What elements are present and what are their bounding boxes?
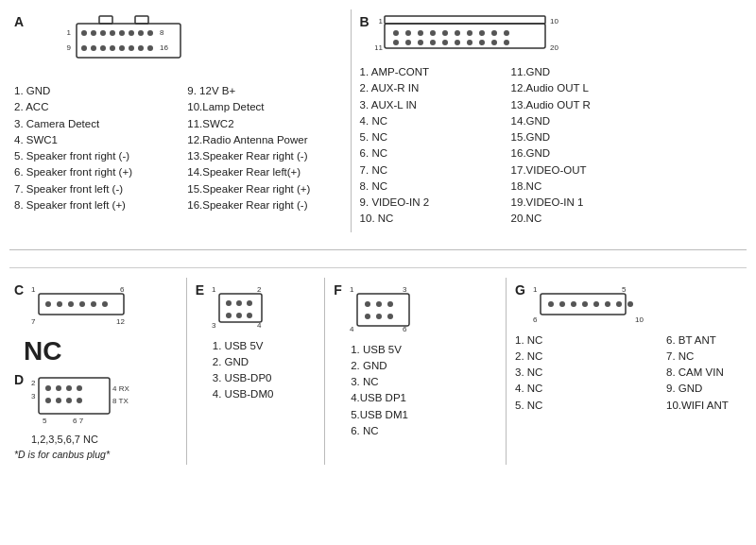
section-d: D 2 3 bbox=[14, 372, 178, 460]
svg-point-5 bbox=[91, 30, 96, 36]
section-a-label: A bbox=[14, 14, 24, 29]
svg-text:2: 2 bbox=[257, 285, 262, 294]
connector-b-svg: 1 10 11 20 bbox=[375, 14, 564, 56]
list-item: 15.GND bbox=[511, 129, 644, 145]
section-e-label: E bbox=[196, 282, 204, 298]
list-item: 6. BT ANT bbox=[666, 332, 756, 349]
svg-point-82 bbox=[236, 313, 242, 318]
svg-text:8 TX: 8 TX bbox=[112, 397, 129, 405]
svg-text:6: 6 bbox=[533, 315, 538, 324]
section-g-lists: 1. NC 2. NC 3. NC 4. NC 5. NC 6. BT ANT … bbox=[515, 332, 742, 414]
svg-point-37 bbox=[491, 30, 497, 36]
svg-rect-1 bbox=[135, 16, 148, 24]
list-item: 3. NC bbox=[515, 365, 647, 381]
svg-point-69 bbox=[66, 398, 72, 403]
svg-rect-62 bbox=[39, 378, 110, 414]
section-f-header: F 1 3 4 6 bbox=[334, 282, 497, 336]
svg-point-8 bbox=[119, 30, 125, 36]
svg-text:10: 10 bbox=[635, 315, 644, 324]
svg-point-81 bbox=[226, 313, 232, 318]
svg-point-83 bbox=[247, 313, 252, 318]
svg-point-47 bbox=[491, 40, 497, 45]
svg-point-102 bbox=[571, 301, 576, 307]
list-item: 4.USB DP1 bbox=[351, 390, 497, 406]
list-item: 11.GND bbox=[511, 64, 644, 80]
svg-point-36 bbox=[479, 30, 485, 36]
bottom-section: C 1 6 7 12 bbox=[9, 267, 747, 465]
section-b-col-right: 11.GND 12.Audio OUT L 13.Audio OUT R 14.… bbox=[511, 64, 644, 228]
list-item: 5. NC bbox=[515, 398, 647, 414]
list-item: 18.NC bbox=[511, 179, 644, 195]
section-g-col-left: 1. NC 2. NC 3. NC 4. NC 5. NC bbox=[515, 332, 647, 414]
svg-point-54 bbox=[68, 301, 74, 307]
svg-point-106 bbox=[616, 301, 622, 307]
svg-point-101 bbox=[559, 301, 565, 307]
svg-text:4 RX: 4 RX bbox=[112, 384, 129, 393]
svg-point-67 bbox=[45, 398, 51, 403]
list-item: 3. Camera Detect bbox=[14, 116, 168, 132]
connector-c-diagram: 1 6 7 12 bbox=[29, 282, 133, 329]
section-cd: C 1 6 7 12 bbox=[9, 278, 182, 465]
divider-cd-e bbox=[186, 278, 187, 465]
section-b-pins-left: 1. AMP-CONT 2. AUX-R IN 3. AUX-L IN 4. N… bbox=[360, 64, 492, 228]
svg-point-14 bbox=[81, 45, 87, 51]
section-g: G 1 5 6 10 bbox=[510, 278, 747, 465]
list-item: 3. USB-DP0 bbox=[213, 370, 316, 386]
section-c: C 1 6 7 12 bbox=[14, 282, 178, 329]
svg-point-57 bbox=[102, 301, 108, 307]
section-d-note2: *D is for canbus plug* bbox=[14, 449, 178, 460]
section-d-header: D 2 3 bbox=[14, 372, 178, 428]
list-item: 6. Speaker front right (+) bbox=[14, 164, 168, 180]
list-item: 11.SWC2 bbox=[187, 116, 341, 132]
section-g-header: G 1 5 6 10 bbox=[515, 282, 742, 327]
list-item: 4. NC bbox=[360, 113, 492, 129]
section-a-lists: 1. GND 2. ACC 3. Camera Detect 4. SWC1 5… bbox=[14, 83, 342, 213]
section-a-col-right: 9. 12V B+ 10.Lamp Detect 11.SWC2 12.Radi… bbox=[187, 83, 341, 213]
svg-point-56 bbox=[91, 301, 96, 307]
svg-point-42 bbox=[430, 40, 436, 45]
divider-top-bottom bbox=[9, 249, 747, 250]
svg-point-66 bbox=[77, 385, 82, 391]
svg-point-64 bbox=[56, 385, 61, 391]
list-item: 5. Speaker front right (-) bbox=[14, 148, 168, 164]
svg-point-48 bbox=[504, 40, 509, 45]
list-item: 16.GND bbox=[511, 145, 644, 162]
list-item: 6. NC bbox=[351, 423, 497, 439]
svg-point-46 bbox=[479, 40, 485, 45]
list-item: 2. NC bbox=[515, 349, 647, 365]
nc-label: NC bbox=[24, 336, 178, 366]
svg-point-35 bbox=[467, 30, 472, 36]
svg-text:2: 2 bbox=[31, 379, 36, 387]
list-item: 9. VIDEO-IN 2 bbox=[360, 195, 492, 211]
list-item: 19.VIDEO-IN 1 bbox=[511, 195, 644, 211]
svg-point-34 bbox=[455, 30, 460, 36]
svg-point-92 bbox=[365, 314, 370, 319]
svg-text:20: 20 bbox=[550, 43, 558, 52]
svg-text:7: 7 bbox=[31, 317, 36, 326]
svg-point-11 bbox=[147, 30, 153, 36]
section-g-pins-right: 6. BT ANT 7. NC 8. CAM VIN 9. GND 10.WIF… bbox=[666, 332, 756, 414]
svg-point-55 bbox=[79, 301, 85, 307]
list-item: 13.Audio OUT R bbox=[511, 97, 644, 113]
svg-point-91 bbox=[387, 301, 393, 307]
svg-rect-88 bbox=[357, 294, 409, 326]
svg-point-29 bbox=[393, 30, 399, 36]
list-item: 5. NC bbox=[360, 129, 492, 145]
svg-text:1: 1 bbox=[31, 285, 36, 294]
list-item: 6. NC bbox=[360, 145, 492, 162]
svg-text:8: 8 bbox=[160, 28, 164, 37]
svg-point-31 bbox=[418, 30, 423, 36]
connector-a-svg: 1 8 9 bbox=[50, 14, 201, 65]
section-e-pins: 1. USB 5V 2. GND 3. USB-DP0 4. USB-DM0 bbox=[213, 338, 316, 403]
svg-text:9: 9 bbox=[67, 43, 72, 52]
svg-point-7 bbox=[110, 30, 115, 36]
svg-text:1: 1 bbox=[67, 28, 72, 37]
section-a-header: A 1 bbox=[14, 14, 342, 76]
list-item: 2. ACC bbox=[14, 99, 168, 115]
list-item: 14.GND bbox=[511, 113, 644, 129]
svg-text:5: 5 bbox=[43, 417, 47, 425]
svg-point-32 bbox=[430, 30, 436, 36]
svg-point-63 bbox=[45, 385, 51, 391]
svg-text:6: 6 bbox=[120, 285, 125, 294]
svg-rect-0 bbox=[99, 16, 112, 24]
